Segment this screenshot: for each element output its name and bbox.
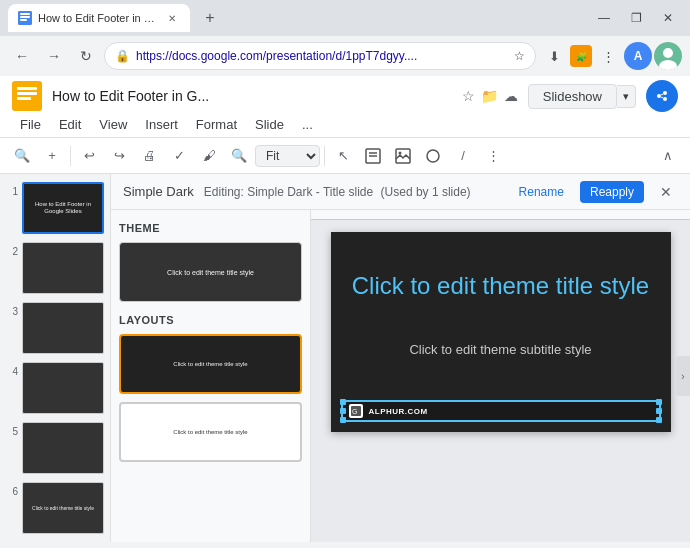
expand-toolbar-button[interactable]: ∧	[654, 142, 682, 170]
address-bar[interactable]: 🔒 https://docs.google.com/presentation/d…	[104, 42, 536, 70]
forward-button[interactable]: →	[40, 42, 68, 70]
editing-info-label: Editing: Simple Dark - Title slide (Used…	[204, 185, 503, 199]
layout-card-text-2: Click to edit theme title style	[169, 425, 251, 439]
theme-sidebar: THEME Click to edit theme title style LA…	[111, 210, 311, 542]
new-tab-button[interactable]: +	[196, 4, 224, 32]
more-button[interactable]: ⋮	[594, 42, 622, 70]
text-box-tool[interactable]	[359, 142, 387, 170]
theme-panel-header: Simple Dark Editing: Simple Dark - Title…	[111, 174, 690, 210]
print-button[interactable]: 🖨	[135, 142, 163, 170]
slide-number-1: 1	[6, 182, 18, 197]
layout-card-text-1: Click to edit theme title style	[169, 357, 251, 371]
svg-rect-10	[17, 87, 37, 90]
footer-handle-left[interactable]	[340, 408, 346, 414]
slide-thumb-7[interactable]: 7 Click to edit theme title style	[4, 540, 106, 542]
close-button[interactable]: ✕	[654, 4, 682, 32]
folder-icon[interactable]: 📁	[481, 88, 498, 104]
extension-icon[interactable]: 🧩	[570, 45, 592, 67]
slide-title-element[interactable]: Click to edit theme title style	[351, 272, 651, 300]
layouts-section-label: LAYOUTS	[119, 314, 302, 326]
footer-handle-bottom-right[interactable]	[656, 417, 662, 423]
line-tool[interactable]: /	[449, 142, 477, 170]
browser-tab[interactable]: How to Edit Footer in Google Sli... ✕	[8, 4, 190, 32]
svg-text:🧩: 🧩	[576, 51, 588, 63]
paint-format-button[interactable]: 🖌	[195, 142, 223, 170]
redo-button[interactable]: ↪	[105, 142, 133, 170]
reapply-button[interactable]: Reapply	[580, 181, 644, 203]
svg-rect-1	[20, 13, 30, 15]
zoom-plus-button[interactable]: +	[38, 142, 66, 170]
slide-thumb-2[interactable]: 2	[4, 240, 106, 296]
menu-format[interactable]: Format	[188, 114, 245, 135]
footer-handle-right[interactable]	[656, 408, 662, 414]
tab-close-button[interactable]: ✕	[164, 10, 180, 26]
slide-thumb-1[interactable]: 1 How to Edit Footer in Google Slides	[4, 180, 106, 236]
menu-edit[interactable]: Edit	[51, 114, 89, 135]
layout-card-1[interactable]: Click to edit theme title style	[119, 334, 302, 394]
slide-image-2[interactable]	[22, 242, 104, 294]
more-tools-button[interactable]: ⋮	[479, 142, 507, 170]
svg-rect-11	[17, 92, 37, 95]
footer-handle-top-left[interactable]	[340, 399, 346, 405]
image-tool[interactable]	[389, 142, 417, 170]
menu-more[interactable]: ...	[294, 114, 321, 135]
theme-section-label: THEME	[119, 222, 302, 234]
window-controls: — ❐ ✕	[590, 4, 682, 32]
star-docs-icon[interactable]: ☆	[462, 88, 475, 104]
reload-button[interactable]: ↻	[72, 42, 100, 70]
slide-image-1[interactable]: How to Edit Footer in Google Slides	[22, 182, 104, 234]
menu-insert[interactable]: Insert	[137, 114, 186, 135]
footer-text-label[interactable]: ALPHUR.COM	[369, 407, 428, 416]
slide-number-5: 5	[6, 422, 18, 437]
docs-title-row: How to Edit Footer in G... ☆ 📁 ☁ Slidesh…	[12, 80, 678, 114]
footer-handle-bottom-left[interactable]	[340, 417, 346, 423]
toolbar-separator-2	[324, 146, 325, 166]
layout-card-2[interactable]: Click to edit theme title style	[119, 402, 302, 462]
slide-image-4[interactable]	[22, 362, 104, 414]
slide-thumb-5[interactable]: 5	[4, 420, 106, 476]
zoom-button[interactable]: 🔍	[225, 142, 253, 170]
theme-card-main[interactable]: Click to edit theme title style	[119, 242, 302, 302]
slide-image-5[interactable]	[22, 422, 104, 474]
minimize-button[interactable]: —	[590, 4, 618, 32]
slide-thumb-6[interactable]: 6 Click to edit theme title style	[4, 480, 106, 536]
theme-name-label: Simple Dark	[123, 184, 194, 199]
footer-bar[interactable]: G ALPHUR.COM	[341, 400, 661, 422]
address-text: https://docs.google.com/presentation/d/1…	[136, 49, 508, 63]
menu-file[interactable]: File	[12, 114, 49, 135]
cloud-icon[interactable]: ☁	[504, 88, 518, 104]
share-button[interactable]	[646, 80, 678, 112]
slide-number-4: 4	[6, 362, 18, 377]
rename-button[interactable]: Rename	[513, 182, 570, 202]
toolbar-separator-1	[70, 146, 71, 166]
zoom-out-button[interactable]: 🔍	[8, 142, 36, 170]
spell-check-button[interactable]: ✓	[165, 142, 193, 170]
svg-point-14	[657, 94, 661, 98]
close-theme-panel-button[interactable]: ✕	[654, 180, 678, 204]
menu-slide[interactable]: Slide	[247, 114, 292, 135]
zoom-select[interactable]: Fit 50% 75% 100%	[255, 145, 320, 167]
maximize-button[interactable]: ❐	[622, 4, 650, 32]
slide-thumbnail-text-6: Click to edit theme title style	[30, 503, 96, 513]
slide-thumb-4[interactable]: 4	[4, 360, 106, 416]
downloads-icon[interactable]: ⬇	[540, 42, 568, 70]
back-button[interactable]: ←	[8, 42, 36, 70]
shape-tool[interactable]	[419, 142, 447, 170]
profile-icon[interactable]: A	[624, 42, 652, 70]
slide-thumb-3[interactable]: 3	[4, 300, 106, 356]
select-tool[interactable]: ↖	[329, 142, 357, 170]
slide-image-3[interactable]	[22, 302, 104, 354]
slide-image-6[interactable]: Click to edit theme title style	[22, 482, 104, 534]
slideshow-dropdown-button[interactable]: ▾	[617, 85, 636, 108]
slideshow-button[interactable]: Slideshow	[528, 84, 617, 109]
user-avatar[interactable]	[654, 42, 682, 70]
menu-view[interactable]: View	[91, 114, 135, 135]
sidebar-collapse-button[interactable]: ›	[676, 356, 690, 396]
footer-handle-top-right[interactable]	[656, 399, 662, 405]
slide-thumbnail-panel: 1 How to Edit Footer in Google Slides 2 …	[0, 174, 110, 542]
star-icon[interactable]: ☆	[514, 49, 525, 63]
slide-canvas: Click to edit theme title style Click to…	[331, 232, 671, 432]
slide-subtitle-element[interactable]: Click to edit theme subtitle style	[351, 342, 651, 357]
horizontal-ruler	[311, 210, 690, 220]
undo-button[interactable]: ↩	[75, 142, 103, 170]
